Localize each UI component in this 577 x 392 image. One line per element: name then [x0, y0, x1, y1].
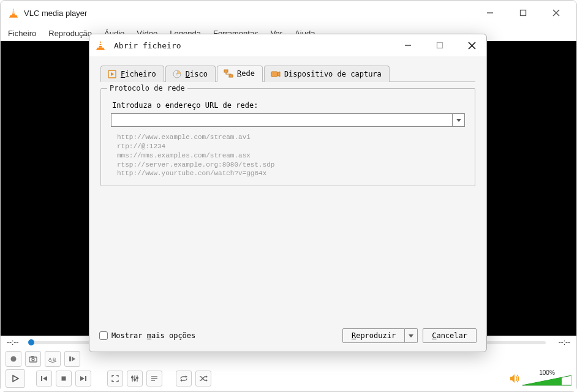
- url-examples: http://www.example.com/stream.avi rtp://…: [111, 133, 465, 178]
- svg-point-25: [137, 377, 138, 379]
- dialog-close-button[interactable]: [463, 37, 480, 54]
- file-icon: [107, 69, 117, 79]
- svg-marker-50: [456, 119, 461, 122]
- vlc-cone-icon: [8, 7, 19, 18]
- record-button[interactable]: [6, 351, 21, 367]
- svg-rect-15: [41, 376, 42, 381]
- main-title: VLC media player: [24, 9, 481, 18]
- disc-icon: [172, 69, 182, 79]
- frame-step-button[interactable]: [64, 351, 80, 367]
- svg-text:B: B: [53, 356, 56, 362]
- tab-file[interactable]: FFicheiroicheiro: [100, 66, 164, 82]
- time-elapsed: --:--: [7, 338, 31, 347]
- svg-marker-43: [111, 72, 114, 76]
- svg-marker-29: [186, 375, 187, 378]
- url-combobox[interactable]: [111, 113, 465, 127]
- stop-button[interactable]: [56, 371, 72, 386]
- svg-marker-18: [80, 376, 85, 381]
- svg-rect-48: [271, 72, 277, 77]
- volume-slider[interactable]: [522, 374, 571, 388]
- play-button[interactable]: Reproduzir: [342, 328, 405, 343]
- vlc-cone-icon: [96, 40, 105, 51]
- tab-capture[interactable]: Dispositivo de captura: [264, 66, 390, 82]
- play-button[interactable]: [6, 369, 25, 388]
- dialog-tabs: FFicheiroicheiro Disco Rede Dispositivo …: [100, 65, 475, 82]
- svg-marker-13: [72, 356, 75, 361]
- fullscreen-button[interactable]: [107, 371, 123, 386]
- svg-rect-46: [224, 70, 228, 72]
- volume-icon[interactable]: [509, 373, 520, 384]
- svg-rect-17: [62, 377, 66, 381]
- svg-rect-7: [29, 357, 37, 362]
- svg-rect-19: [85, 376, 86, 381]
- dialog-footer: Mostrar mais opções Reproduzir Cancelar: [89, 323, 486, 352]
- open-file-dialog: Abrir ficheiro FFicheiroicheiro Disco Re…: [89, 34, 487, 352]
- network-icon: [224, 69, 233, 78]
- dialog-maximize-button[interactable]: [431, 37, 448, 54]
- playlist-button[interactable]: [146, 371, 162, 386]
- url-input[interactable]: [111, 114, 452, 126]
- seek-thumb[interactable]: [28, 339, 34, 345]
- svg-point-23: [132, 377, 134, 379]
- url-label: Introduza o endereço URL de rede:: [112, 101, 465, 110]
- svg-rect-9: [31, 356, 34, 358]
- volume-area: 100%: [509, 369, 571, 388]
- time-total: --:--: [546, 338, 570, 347]
- svg-marker-30: [180, 379, 182, 382]
- capture-icon: [271, 69, 281, 79]
- play-split-button: Reproduzir: [342, 328, 418, 343]
- snapshot-button[interactable]: [25, 351, 41, 367]
- svg-marker-33: [510, 374, 515, 383]
- url-dropdown-arrow[interactable]: [452, 114, 464, 126]
- cancel-button[interactable]: Cancelar: [423, 328, 477, 343]
- tab-network[interactable]: Rede: [217, 66, 263, 82]
- svg-rect-0: [12, 10, 14, 12]
- minimize-button[interactable]: [481, 4, 499, 22]
- svg-rect-36: [99, 43, 101, 44]
- svg-marker-14: [13, 375, 18, 382]
- checkbox-icon[interactable]: [99, 331, 108, 340]
- prev-button[interactable]: [36, 371, 52, 386]
- next-button[interactable]: [75, 371, 91, 386]
- svg-marker-32: [206, 379, 208, 382]
- window-controls: [481, 4, 565, 22]
- svg-rect-47: [229, 75, 233, 77]
- extended-settings-button[interactable]: [127, 371, 143, 386]
- network-protocol-group: Protocolo de rede Introduza o endereço U…: [100, 88, 475, 186]
- tab-disc[interactable]: Disco: [165, 66, 216, 82]
- shuffle-button[interactable]: [195, 371, 211, 386]
- svg-marker-16: [43, 376, 47, 381]
- dialog-titlebar: Abrir ficheiro: [89, 34, 486, 56]
- svg-rect-37: [99, 45, 102, 46]
- svg-point-6: [11, 356, 17, 362]
- menu-ficheiro[interactable]: Ficheiro: [3, 28, 41, 39]
- dialog-title: Abrir ficheiro: [114, 41, 399, 50]
- svg-rect-1: [12, 12, 15, 13]
- svg-point-24: [134, 379, 136, 381]
- svg-rect-12: [69, 356, 71, 361]
- loop-ab-button[interactable]: AB: [45, 351, 61, 367]
- svg-point-8: [32, 358, 34, 361]
- svg-text:A: A: [48, 356, 52, 362]
- group-title: Protocolo de rede: [107, 84, 187, 92]
- svg-marker-51: [409, 334, 413, 337]
- maximize-button[interactable]: [514, 4, 532, 22]
- dialog-minimize-button[interactable]: [399, 37, 417, 54]
- svg-rect-39: [437, 43, 443, 48]
- svg-marker-49: [277, 72, 280, 77]
- loop-button[interactable]: [176, 371, 192, 386]
- play-dropdown-button[interactable]: [405, 328, 418, 343]
- main-titlebar: VLC media player: [1, 1, 576, 25]
- svg-rect-3: [521, 10, 526, 16]
- svg-marker-31: [206, 375, 208, 378]
- show-more-options-checkbox[interactable]: Mostrar mais opções: [99, 331, 195, 340]
- close-button[interactable]: [547, 4, 565, 22]
